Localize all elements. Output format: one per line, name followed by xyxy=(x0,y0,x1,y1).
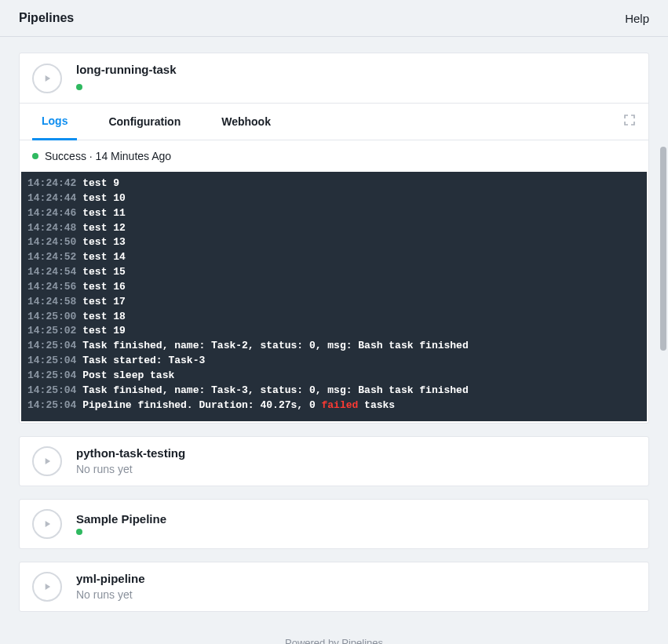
topbar: Pipelines Help xyxy=(0,0,668,37)
log-line: 14:24:52 test 14 xyxy=(27,250,641,265)
pipeline-header: yml-pipelineNo runs yet xyxy=(20,562,648,611)
pipeline-card-expanded: long-running-task Logs Configuration Web… xyxy=(19,53,649,424)
play-icon xyxy=(42,73,53,84)
status-dot-icon xyxy=(76,84,82,90)
pipeline-name: yml-pipeline xyxy=(76,572,145,585)
play-icon xyxy=(42,456,53,467)
pipeline-sub: No runs yet xyxy=(76,588,145,601)
pipeline-info: yml-pipelineNo runs yet xyxy=(76,572,145,601)
play-icon xyxy=(42,518,53,529)
pipeline-info: python-task-testingNo runs yet xyxy=(76,446,185,475)
log-line: 14:25:02 test 19 xyxy=(27,324,641,339)
run-button[interactable] xyxy=(32,572,62,602)
play-icon xyxy=(42,581,53,592)
help-link[interactable]: Help xyxy=(625,12,649,25)
pipeline-header: python-task-testingNo runs yet xyxy=(20,437,648,486)
log-line: 14:24:58 test 17 xyxy=(27,295,641,310)
log-line: 14:24:54 test 15 xyxy=(27,265,641,280)
run-button[interactable] xyxy=(32,446,62,476)
log-line: 14:25:04 Task finished, name: Task-3, st… xyxy=(27,384,641,398)
pipeline-card[interactable]: Sample Pipeline xyxy=(19,499,649,549)
pipeline-list: python-task-testingNo runs yetSample Pip… xyxy=(19,436,649,612)
log-line: 14:24:44 test 10 xyxy=(27,191,641,206)
log-line: 14:25:04 Pipeline finished. Duration: 40… xyxy=(27,398,641,413)
log-line: 14:25:04 Post sleep task xyxy=(27,369,641,384)
pipeline-header: long-running-task xyxy=(20,53,648,103)
pipeline-name: python-task-testing xyxy=(76,446,185,460)
pipeline-status-dot-row xyxy=(76,79,177,93)
pipeline-info: long-running-task xyxy=(76,63,177,93)
log-line: 14:25:00 test 18 xyxy=(27,310,641,325)
run-button[interactable] xyxy=(32,64,62,93)
status-dot-icon xyxy=(76,529,82,535)
log-line: 14:24:50 test 13 xyxy=(27,235,641,250)
pipeline-name: Sample Pipeline xyxy=(76,512,166,526)
pipeline-sub: No runs yet xyxy=(76,463,185,475)
tab-webhook[interactable]: Webhook xyxy=(212,104,280,139)
pipeline-name[interactable]: long-running-task xyxy=(76,63,177,76)
expand-icon[interactable] xyxy=(623,114,636,129)
scrollbar[interactable] xyxy=(660,147,666,351)
tabs-row: Logs Configuration Webhook xyxy=(20,103,648,140)
page-title: Pipelines xyxy=(19,11,74,25)
footer-link[interactable]: Pipelines xyxy=(341,637,383,645)
status-row: Success · 14 Minutes Ago xyxy=(20,140,648,172)
tab-logs[interactable]: Logs xyxy=(32,104,77,140)
log-line: 14:24:42 test 9 xyxy=(27,176,641,191)
log-line: 14:24:56 test 16 xyxy=(27,280,641,295)
pipeline-info: Sample Pipeline xyxy=(76,512,166,535)
tab-configuration[interactable]: Configuration xyxy=(99,104,190,139)
log-line: 14:24:46 test 11 xyxy=(27,206,641,221)
status-text: Success · 14 Minutes Ago xyxy=(45,150,171,162)
content: long-running-task Logs Configuration Web… xyxy=(0,37,668,644)
run-button[interactable] xyxy=(32,509,62,539)
logs-panel[interactable]: 14:24:42 test 914:24:44 test 1014:24:46 … xyxy=(21,172,647,421)
log-line: 14:24:48 test 12 xyxy=(27,221,641,236)
pipeline-card[interactable]: yml-pipelineNo runs yet xyxy=(19,562,649,612)
footer-text: Powered by xyxy=(285,637,341,645)
pipeline-header: Sample Pipeline xyxy=(20,500,648,548)
pipeline-card[interactable]: python-task-testingNo runs yet xyxy=(19,436,649,486)
status-dot-icon xyxy=(32,153,38,159)
log-line: 14:25:04 Task started: Task-3 xyxy=(27,354,641,369)
log-line: 14:25:04 Task finished, name: Task-2, st… xyxy=(27,339,641,354)
footer: Powered by Pipelines xyxy=(19,624,649,645)
